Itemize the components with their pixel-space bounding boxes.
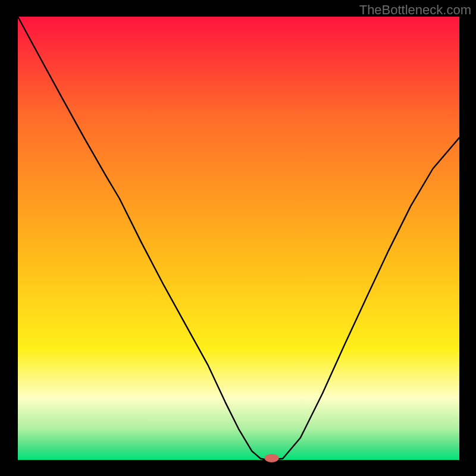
optimal-point-marker — [265, 454, 279, 462]
chart-plot-area — [18, 17, 459, 460]
chart-stage: TheBottleneck.com — [0, 0, 476, 476]
chart-svg — [0, 0, 476, 476]
